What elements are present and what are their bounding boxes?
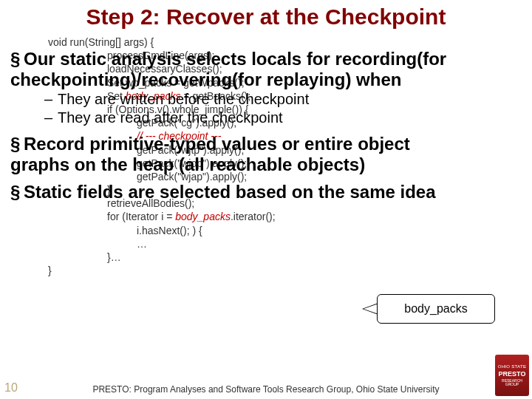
sub-bullet-text: They are read after the checkpoint xyxy=(58,109,283,126)
dash-marker: – xyxy=(44,109,58,126)
bullet-marker: § xyxy=(10,49,24,69)
code-text: .iterator(); xyxy=(231,211,276,222)
code-line: … xyxy=(137,237,462,250)
sub-bullet: –They are read after the checkpoint xyxy=(44,109,473,126)
bullet-item: §Static fields are selected based on the… xyxy=(10,182,473,202)
slide-title: Step 2: Recover at the Checkpoint xyxy=(44,4,488,30)
slide: Step 2: Recover at the Checkpoint void r… xyxy=(0,0,532,399)
bullet-marker: § xyxy=(10,134,24,154)
callout-body-packs: body_packs xyxy=(377,294,495,324)
logo-bot: RESEARCH GROUP xyxy=(495,379,529,386)
logo-mid: PRESTO xyxy=(499,370,526,378)
bullet-text: Static fields are selected based on the … xyxy=(24,182,436,202)
code-line: } xyxy=(48,264,462,277)
logo-top: OHIO STATE xyxy=(498,364,526,369)
bullet-item: §Our static analysis selects locals for … xyxy=(10,49,473,126)
dash-marker: – xyxy=(44,91,58,108)
code-line: void run(String[] args) { xyxy=(48,35,462,49)
slide-number: 10 xyxy=(4,381,18,395)
bullet-text: Record primitive-typed values or entire … xyxy=(10,134,410,174)
code-highlight: body_packs xyxy=(175,211,231,222)
bullet-item: §Record primitive-typed values or entire… xyxy=(10,134,473,174)
code-line: for (Iterator i = body_packs.iterator(); xyxy=(107,210,462,223)
bullet-marker: § xyxy=(10,182,24,202)
presto-logo: OHIO STATE PRESTO RESEARCH GROUP xyxy=(495,355,529,396)
bullet-text: Our static analysis selects locals for r… xyxy=(10,49,446,89)
code-line: i.hasNext(); ) { xyxy=(137,224,462,237)
sub-bullet: –They are written before the checkpoint xyxy=(44,91,473,108)
footer: PRESTO: Program Analyses and Software To… xyxy=(74,384,458,395)
sub-bullet-text: They are written before the checkpoint xyxy=(58,91,309,107)
callout-tail xyxy=(362,303,378,315)
code-line: }… xyxy=(107,250,462,264)
code-text: for (Iterator i = xyxy=(107,211,175,222)
bullet-list: §Our static analysis selects locals for … xyxy=(10,49,473,210)
